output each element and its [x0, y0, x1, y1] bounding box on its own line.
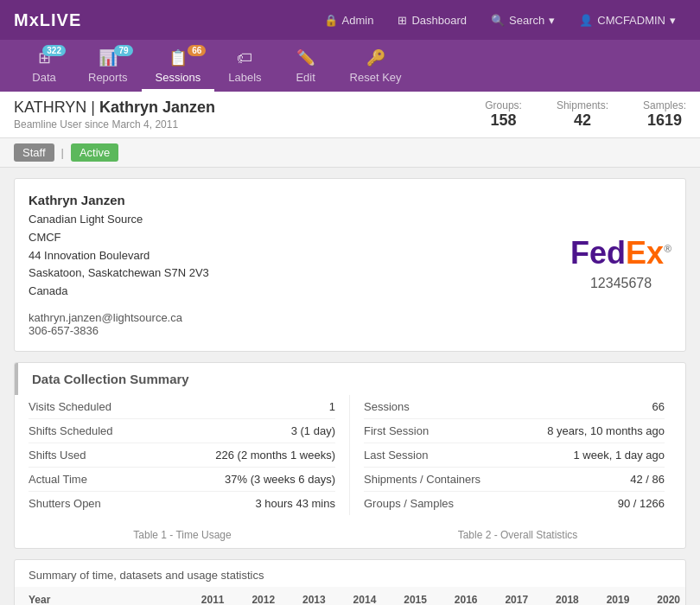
chevron-down-icon: ▾ [549, 14, 555, 27]
summary-key: Actual Time [29, 473, 87, 486]
top-navigation: MxLIVE 🔒 Admin ⊞ Dashboard 🔍 Search ▾ 👤 … [0, 0, 700, 40]
tab-labels[interactable]: 🏷 Labels [214, 40, 275, 92]
sub-navigation: 322 ⊞ Data 79 📊 Reports 66 📋 Sessions 🏷 … [0, 40, 700, 92]
summary-value: 90 / 1266 [618, 497, 665, 510]
nav-search[interactable]: 🔍 Search ▾ [480, 9, 565, 32]
nav-user[interactable]: 👤 CMCFADMIN ▾ [569, 9, 686, 32]
table-header-cell: 2018 [533, 587, 584, 605]
table-captions: Table 1 - Time Usage Table 2 - Overall S… [15, 525, 685, 548]
stat-samples: Samples: 1619 [643, 99, 686, 130]
table-header-cell: 2019 [584, 587, 635, 605]
tab-reports[interactable]: 79 📊 Reports [74, 40, 142, 92]
main-content: Kathryn Janzen Canadian Light Source CMC… [0, 168, 700, 605]
table2-caption: Table 2 - Overall Statistics [350, 529, 685, 541]
key-icon: 🔑 [366, 48, 385, 67]
summary-row: Shipments / Containers42 / 86 [364, 468, 665, 492]
nav-dashboard[interactable]: ⊞ Dashboard [387, 9, 477, 32]
summary-title: Data Collection Summary [15, 363, 685, 395]
summary-row: Shifts Used226 (2 months 1 weeks) [29, 443, 335, 468]
fedex-section: FedEx® 12345678 [570, 193, 671, 337]
reports-badge: 79 [114, 45, 132, 56]
fedex-id: 12345678 [590, 276, 652, 291]
user-card: Kathryn Janzen Canadian Light Source CMC… [14, 178, 686, 352]
usage-table: Year201120122013201420152016201720182019… [15, 587, 685, 605]
summary-key: Shifts Scheduled [29, 424, 113, 437]
summary-value: 66 [652, 400, 665, 413]
table1-caption: Table 1 - Time Usage [15, 529, 350, 541]
contact-details: kathryn.janzen@lightsource.ca 306-657-38… [29, 311, 209, 337]
table-header-cell: 2016 [432, 587, 483, 605]
summary-row: Groups / Samples90 / 1266 [364, 492, 665, 515]
summary-value: 3 (1 day) [291, 424, 335, 437]
fedex-logo: FedEx® [570, 238, 671, 269]
table-header-cell: 2015 [381, 587, 432, 605]
data-table-section: Summary of time, datasets and usage stat… [14, 559, 686, 605]
table-header-cell: 2017 [483, 587, 534, 605]
summary-key: Shipments / Containers [364, 473, 480, 486]
staff-badge[interactable]: Staff [14, 143, 54, 162]
badge-row: Staff | Active [0, 138, 700, 168]
user-icon: 👤 [579, 14, 593, 27]
summary-value: 3 hours 43 mins [256, 497, 336, 510]
user-status-bar: KATHRYN | Kathryn Janzen Beamline User s… [0, 92, 700, 138]
summary-value: 226 (2 months 1 weeks) [215, 449, 335, 462]
summary-key: Visits Scheduled [29, 400, 111, 413]
chevron-down-icon: ▾ [670, 14, 676, 27]
summary-value: 37% (3 weeks 6 days) [225, 473, 335, 486]
lock-icon: 🔒 [324, 14, 338, 27]
summary-row: Shifts Scheduled3 (1 day) [29, 419, 335, 443]
summary-col-right: Sessions66First Session8 years, 10 month… [350, 395, 671, 515]
summary-key: First Session [364, 424, 429, 437]
summary-key: Last Session [364, 449, 428, 462]
summary-row: Shutters Open3 hours 43 mins [29, 492, 335, 515]
summary-key: Shutters Open [29, 497, 101, 510]
summary-value: 1 week, 1 day ago [573, 449, 665, 462]
summary-value: 42 / 86 [630, 473, 665, 486]
summary-key: Shifts Used [29, 449, 86, 462]
user-since: Beamline User since March 4, 2011 [14, 118, 215, 131]
brand-logo: MxLIVE [14, 10, 81, 30]
summary-text: Summary of time, datasets and usage stat… [15, 560, 685, 587]
user-contact-info: Kathryn Janzen Canadian Light Source CMC… [29, 193, 209, 337]
nav-admin[interactable]: 🔒 Admin [314, 9, 385, 32]
summary-value: 1 [329, 400, 335, 413]
table-header-cell: 2014 [331, 587, 382, 605]
tab-edit[interactable]: ✏️ Edit [276, 40, 336, 92]
summary-row: Visits Scheduled1 [29, 395, 335, 419]
dashboard-icon: ⊞ [398, 14, 407, 27]
edit-icon: ✏️ [296, 48, 315, 67]
tab-data[interactable]: 322 ⊞ Data [14, 40, 74, 92]
summary-row: First Session8 years, 10 months ago [364, 419, 665, 443]
user-title: KATHRYN | Kathryn Janzen [14, 99, 215, 117]
table-header-cell: 2013 [280, 587, 331, 605]
summary-value: 8 years, 10 months ago [547, 424, 665, 437]
active-badge[interactable]: Active [71, 143, 118, 162]
tab-sessions[interactable]: 66 📋 Sessions [142, 40, 215, 92]
tab-reset-key[interactable]: 🔑 Reset Key [336, 40, 416, 92]
summary-grid: Visits Scheduled1Shifts Scheduled3 (1 da… [15, 395, 685, 525]
data-badge: 322 [42, 45, 66, 56]
summary-col-left: Visits Scheduled1Shifts Scheduled3 (1 da… [29, 395, 350, 515]
summary-key: Groups / Samples [364, 497, 454, 510]
summary-row: Last Session1 week, 1 day ago [364, 443, 665, 468]
contact-name: Kathryn Janzen [29, 193, 209, 207]
summary-row: Actual Time37% (3 weeks 6 days) [29, 468, 335, 492]
search-icon: 🔍 [491, 14, 505, 27]
stat-shipments: Shipments: 42 [557, 99, 608, 130]
table-header-cell: 2012 [229, 587, 280, 605]
stat-groups: Groups: 158 [485, 99, 522, 130]
table-header-cell: Year [15, 587, 179, 605]
sessions-badge: 66 [188, 45, 206, 56]
summary-card: Data Collection Summary Visits Scheduled… [14, 362, 686, 549]
labels-icon: 🏷 [237, 49, 252, 67]
table-header-cell: 2020 [634, 587, 685, 605]
sessions-icon: 📋 [169, 48, 188, 67]
user-info: KATHRYN | Kathryn Janzen Beamline User s… [14, 99, 215, 131]
summary-row: Sessions66 [364, 395, 665, 419]
table-header-cell: 2011 [179, 587, 230, 605]
nav-items: 🔒 Admin ⊞ Dashboard 🔍 Search ▾ 👤 CMCFADM… [314, 9, 686, 32]
user-stats: Groups: 158 Shipments: 42 Samples: 1619 [485, 99, 686, 130]
table-header-row: Year201120122013201420152016201720182019… [15, 587, 685, 605]
contact-org: Canadian Light Source CMCF 44 Innovation… [29, 211, 209, 301]
summary-key: Sessions [364, 400, 410, 413]
